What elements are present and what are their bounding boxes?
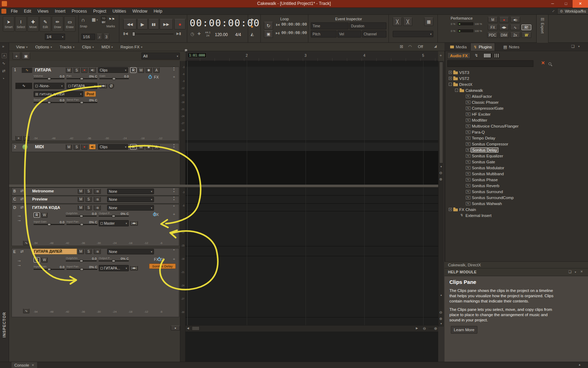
menu-item[interactable]: File <box>8 9 21 14</box>
busD-pan-slider[interactable]: Output P...0% C <box>99 212 129 217</box>
busC-name[interactable]: Preview <box>32 197 47 201</box>
zoom-in-vertical-icon[interactable]: ⊕ <box>439 317 442 321</box>
track1-layers-button[interactable]: ≡ <box>15 136 22 141</box>
tree-item[interactable]: Modfilter <box>445 117 550 123</box>
expand-strip-icon[interactable]: » <box>2 44 4 48</box>
waveform-preview-button[interactable]: ∿ <box>510 25 520 30</box>
loop-start-time[interactable]: 00:00:00:00 <box>281 22 307 27</box>
x2-button[interactable]: 2x <box>510 32 520 38</box>
busD-input-pan-slider[interactable]: Input Pan0% C <box>66 220 97 225</box>
busE-volume-slider[interactable]: OutptVlm0.0 <box>66 257 97 261</box>
clock-icon[interactable]: ◷ <box>190 32 194 36</box>
clips-hscrollbar[interactable]: ◀ ▶ ⊖ ⊕ <box>186 325 438 332</box>
trackview-menu[interactable]: View▾ <box>16 45 28 49</box>
busC-output-dropdown[interactable]: None▾ <box>107 197 154 202</box>
crossfade-curve-icon[interactable]: ╳ <box>403 18 412 26</box>
track-filter-dropdown[interactable]: All▾ <box>141 53 180 60</box>
tool-button[interactable]: ✎ Edit <box>40 16 51 32</box>
read-automation-button[interactable]: R! <box>522 25 531 30</box>
busD-interleave-button[interactable]: ⇉ <box>94 205 101 210</box>
close-icon[interactable]: ✕ <box>31 363 34 367</box>
track1-send-post-button[interactable]: Post <box>85 91 96 97</box>
track1-output-dropdown[interactable]: ГИТАРА...▾ <box>66 83 97 89</box>
busE-read-button[interactable]: R <box>34 257 40 263</box>
snap-triplet-button[interactable]: 3 <box>104 34 109 40</box>
event-pitch-field[interactable]: Pitch <box>311 30 337 38</box>
track2-solo-button[interactable]: S <box>74 144 80 150</box>
instrument-keyboard-icon[interactable] <box>484 53 491 58</box>
busD-input-gain-slider[interactable]: Input Gain0.0 <box>34 220 64 225</box>
scroll-up-icon[interactable]: ▲ <box>440 294 442 296</box>
time-ruler[interactable]: 1:01:000 2 3 4 5 <box>186 51 438 61</box>
busC-mute-button[interactable]: M <box>78 197 84 202</box>
expand-toggle-icon[interactable]: - <box>449 83 452 86</box>
busB-output-dropdown[interactable]: None▾ <box>107 189 154 194</box>
child-minimize-button[interactable]: ─ <box>568 8 570 13</box>
track1-interleave-button[interactable]: |◀▶| <box>99 83 107 88</box>
tree-item[interactable]: Para-Q <box>445 129 550 135</box>
track2-mute-button[interactable]: M <box>66 144 72 150</box>
play-button[interactable]: ▶ <box>137 19 148 29</box>
busD-output-dropdown[interactable]: Master▾ <box>99 220 129 226</box>
track1-send-pan-slider[interactable]: Send Pan0% C <box>66 98 97 103</box>
busE-output-dropdown[interactable]: ГИТАРА...▾ <box>99 265 129 271</box>
tab-notes[interactable]: ▤ Notes <box>500 43 522 51</box>
minimize-button[interactable]: ─ <box>546 0 559 8</box>
audio-module-icon[interactable]: A <box>2 53 7 58</box>
search-icon[interactable] <box>548 62 551 65</box>
busD-write-button[interactable]: W <box>41 212 48 218</box>
busE-collapse-icon[interactable]: ▲ <box>173 248 175 251</box>
chevron-down-icon[interactable]: ▾ <box>97 19 98 21</box>
track2-echo-button[interactable]: ◀)) <box>89 144 96 150</box>
scroll-down-icon[interactable]: ▼ <box>440 322 442 325</box>
busD-fx-label[interactable]: FX <box>154 212 159 217</box>
busB-expand-icon[interactable]: ▼▼ <box>173 188 175 193</box>
track1-echo-button[interactable]: ◀)) <box>89 67 96 73</box>
busE-input-pan-slider[interactable]: Input Pan0% C <box>66 265 97 270</box>
maximize-button[interactable]: □ <box>559 0 573 8</box>
track1-arm-button[interactable]: ● <box>81 67 88 73</box>
track2-read-button[interactable]: R <box>130 144 136 150</box>
track1-display-dropdown[interactable]: Clips▾ <box>98 67 128 73</box>
busE-input-gain-slider[interactable]: Input Gain0.0 <box>34 265 64 270</box>
bus-lane-area[interactable] <box>186 188 438 326</box>
zoom-slider[interactable] <box>428 328 433 329</box>
learn-more-button[interactable]: Learn More <box>451 326 477 334</box>
trackview-menu[interactable]: Clips▾ <box>82 45 94 49</box>
busB-solo-button[interactable]: S <box>85 189 92 194</box>
menu-item[interactable]: Process <box>69 9 90 14</box>
menu-item[interactable]: Help <box>150 9 166 14</box>
tree-item[interactable]: + VST2 <box>445 75 550 81</box>
menu-item[interactable]: Window <box>129 9 150 14</box>
tree-item[interactable]: Sonitus Gate <box>445 159 550 165</box>
ruler-zoom-add-icon[interactable]: + <box>440 53 442 57</box>
close-button[interactable]: ✕ <box>573 0 588 8</box>
fast-forward-button[interactable]: ▶▶ <box>160 19 173 29</box>
track1-send-level-slider[interactable]: Send Level0.0 <box>34 98 64 103</box>
tempo-value[interactable]: 120.00 <box>215 32 228 37</box>
tree-item[interactable]: Sonitus Phase <box>445 177 550 183</box>
snap-grid-icon[interactable]: ▦ <box>92 17 96 22</box>
track1-phase-button[interactable]: Ø <box>108 83 114 89</box>
corner-grip-icon[interactable]: ◢ <box>434 44 437 48</box>
menu-item[interactable]: Edit <box>21 9 34 14</box>
grid-icon[interactable]: ▦ <box>424 18 433 26</box>
write-automation-button[interactable]: W <box>522 32 531 38</box>
tree-item[interactable]: Compressor/Gate <box>445 105 550 111</box>
tool-button[interactable]: ➤ Smart <box>3 16 14 32</box>
busB-name[interactable]: Metronome <box>32 189 54 193</box>
track2-write-button[interactable]: W <box>138 144 144 150</box>
meter-value[interactable]: 4/4 <box>235 32 241 37</box>
metronome-icon[interactable]: ◭ <box>251 32 254 36</box>
tree-item[interactable]: Sonitus Wahwah <box>445 200 550 206</box>
fx-power-icon[interactable] <box>148 75 152 79</box>
busD-display-dropdown[interactable]: None▾ <box>107 205 154 211</box>
tree-item[interactable]: Sonitus Equalizer <box>445 153 550 159</box>
busD-envelope-button[interactable]: ∿ <box>23 240 29 245</box>
busB-mute-button[interactable]: M <box>78 189 84 194</box>
busC-expand-icon[interactable]: ▼▼ <box>173 196 175 201</box>
tree-item[interactable]: Sonitus Multiband <box>445 171 550 177</box>
busE-pan-slider[interactable]: Output P...0% C <box>99 257 129 261</box>
tool-button[interactable]: I Select <box>15 16 27 32</box>
rewind-button[interactable]: ◀◀ <box>123 19 136 29</box>
